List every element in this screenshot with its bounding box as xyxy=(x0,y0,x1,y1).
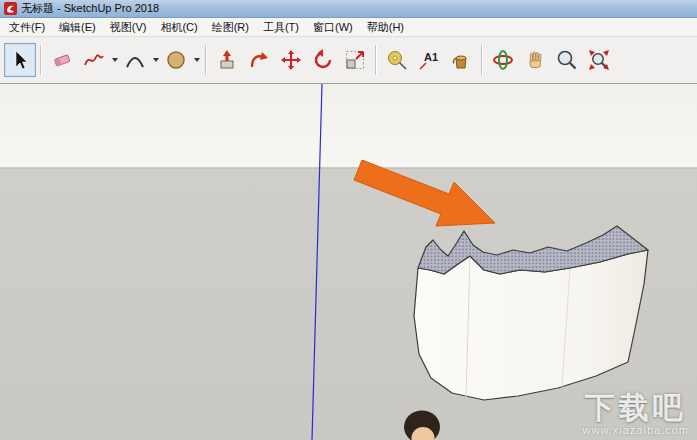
drawing-canvas[interactable]: 下载吧 www.xiazaiba.com xyxy=(0,84,697,440)
shapes-tool-button[interactable] xyxy=(160,43,192,77)
menu-item-edit[interactable]: 编辑(E) xyxy=(52,18,103,37)
rotate-tool-button[interactable] xyxy=(307,43,339,77)
push-pull-icon xyxy=(215,48,239,72)
sketchup-window: 无标题 - SketchUp Pro 2018 文件(F) 编辑(E) 视图(V… xyxy=(0,0,697,440)
orbit-tool-button[interactable] xyxy=(487,43,519,77)
shapes-dropdown-arrow[interactable] xyxy=(192,43,201,77)
model-front-face[interactable] xyxy=(414,250,648,400)
menu-item-view[interactable]: 视图(V) xyxy=(103,18,154,37)
paint-bucket-icon xyxy=(449,48,473,72)
window-title: 无标题 - SketchUp Pro 2018 xyxy=(21,1,159,16)
follow-me-icon xyxy=(247,48,271,72)
push-pull-tool-button[interactable] xyxy=(211,43,243,77)
text-tool-icon: A1 xyxy=(417,48,441,72)
zoom-tool-button[interactable] xyxy=(551,43,583,77)
menu-item-help[interactable]: 帮助(H) xyxy=(360,18,411,37)
move-cross-icon xyxy=(279,48,303,72)
toolbar-separator xyxy=(375,45,377,75)
menu-item-window[interactable]: 窗口(W) xyxy=(306,18,360,37)
extruded-model[interactable] xyxy=(414,226,648,400)
scale-tool-button[interactable] xyxy=(339,43,371,77)
scale-icon xyxy=(343,48,367,72)
freehand-tool-button[interactable] xyxy=(78,43,110,77)
freehand-squiggle-icon xyxy=(82,48,106,72)
tape-measure-tool-button[interactable] xyxy=(381,43,413,77)
menu-item-camera[interactable]: 相机(C) xyxy=(153,18,204,37)
select-arrow-icon xyxy=(8,48,32,72)
arc-dropdown-arrow[interactable] xyxy=(151,43,160,77)
pan-tool-button[interactable] xyxy=(519,43,551,77)
menubar: 文件(F) 编辑(E) 视图(V) 相机(C) 绘图(R) 工具(T) 窗口(W… xyxy=(0,18,697,37)
arc-icon xyxy=(123,48,147,72)
select-tool-button[interactable] xyxy=(4,43,36,77)
menu-item-tools[interactable]: 工具(T) xyxy=(256,18,306,37)
eraser-icon xyxy=(50,48,74,72)
orbit-icon xyxy=(491,48,515,72)
toolbar: A1 xyxy=(0,37,697,84)
toolbar-separator xyxy=(40,45,42,75)
menu-item-file[interactable]: 文件(F) xyxy=(2,18,52,37)
circle-shape-icon xyxy=(164,48,188,72)
arc-tool-button[interactable] xyxy=(119,43,151,77)
text-tool-button[interactable]: A1 xyxy=(413,43,445,77)
toolbar-separator xyxy=(205,45,207,75)
person-figure[interactable] xyxy=(404,411,440,440)
blue-axis-line xyxy=(312,84,322,440)
move-tool-button[interactable] xyxy=(275,43,307,77)
tape-measure-icon xyxy=(385,48,409,72)
zoom-extents-tool-button[interactable] xyxy=(583,43,615,77)
pan-hand-icon xyxy=(523,48,547,72)
sketchup-logo-icon xyxy=(4,2,17,15)
follow-me-tool-button[interactable] xyxy=(243,43,275,77)
paint-bucket-tool-button[interactable] xyxy=(445,43,477,77)
annotation-arrow xyxy=(354,160,495,226)
eraser-tool-button[interactable] xyxy=(46,43,78,77)
menu-item-draw[interactable]: 绘图(R) xyxy=(205,18,256,37)
zoom-magnifier-icon xyxy=(555,48,579,72)
zoom-extents-icon xyxy=(587,48,611,72)
toolbar-separator xyxy=(481,45,483,75)
titlebar[interactable]: 无标题 - SketchUp Pro 2018 xyxy=(0,0,697,18)
text-tool-glyph: A1 xyxy=(424,51,438,63)
freehand-dropdown-arrow[interactable] xyxy=(110,43,119,77)
rotate-icon xyxy=(311,48,335,72)
